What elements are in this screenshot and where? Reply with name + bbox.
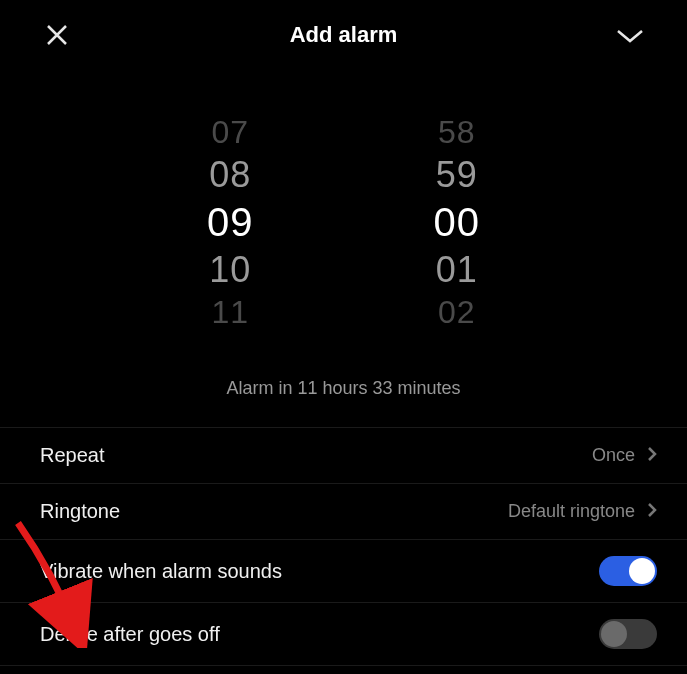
delete-row: Delete after goes off xyxy=(0,602,687,665)
repeat-row[interactable]: Repeat Once xyxy=(0,427,687,483)
vibrate-label: Vibrate when alarm sounds xyxy=(40,560,282,583)
minute-plus1: 01 xyxy=(436,247,478,292)
hour-plus1: 10 xyxy=(209,247,251,292)
ringtone-value: Default ringtone xyxy=(508,501,635,522)
hour-wheel[interactable]: 07 08 09 10 11 xyxy=(207,112,254,332)
chevron-right-icon xyxy=(647,502,657,522)
close-icon[interactable] xyxy=(40,18,74,52)
ringtone-row[interactable]: Ringtone Default ringtone xyxy=(0,483,687,539)
hour-minus1: 08 xyxy=(209,152,251,197)
minute-selected: 00 xyxy=(434,197,481,247)
minute-wheel[interactable]: 58 59 00 01 02 xyxy=(434,112,481,332)
minute-minus1: 59 xyxy=(436,152,478,197)
hour-selected: 09 xyxy=(207,197,254,247)
ringtone-label: Ringtone xyxy=(40,500,120,523)
label-row: Label xyxy=(0,665,687,674)
minute-minus2: 58 xyxy=(438,112,476,152)
hour-minus2: 07 xyxy=(211,112,249,152)
repeat-label: Repeat xyxy=(40,444,105,467)
repeat-value: Once xyxy=(592,445,635,466)
countdown-text: Alarm in 11 hours 33 minutes xyxy=(0,378,687,399)
delete-label: Delete after goes off xyxy=(40,623,220,646)
vibrate-toggle[interactable] xyxy=(599,556,657,586)
hour-plus2: 11 xyxy=(211,292,249,332)
vibrate-row: Vibrate when alarm sounds xyxy=(0,539,687,602)
minute-plus2: 02 xyxy=(438,292,476,332)
time-picker: 07 08 09 10 11 58 59 00 01 02 xyxy=(0,112,687,332)
page-title: Add alarm xyxy=(290,22,398,48)
delete-toggle[interactable] xyxy=(599,619,657,649)
confirm-icon[interactable] xyxy=(613,18,647,52)
chevron-right-icon xyxy=(647,446,657,466)
